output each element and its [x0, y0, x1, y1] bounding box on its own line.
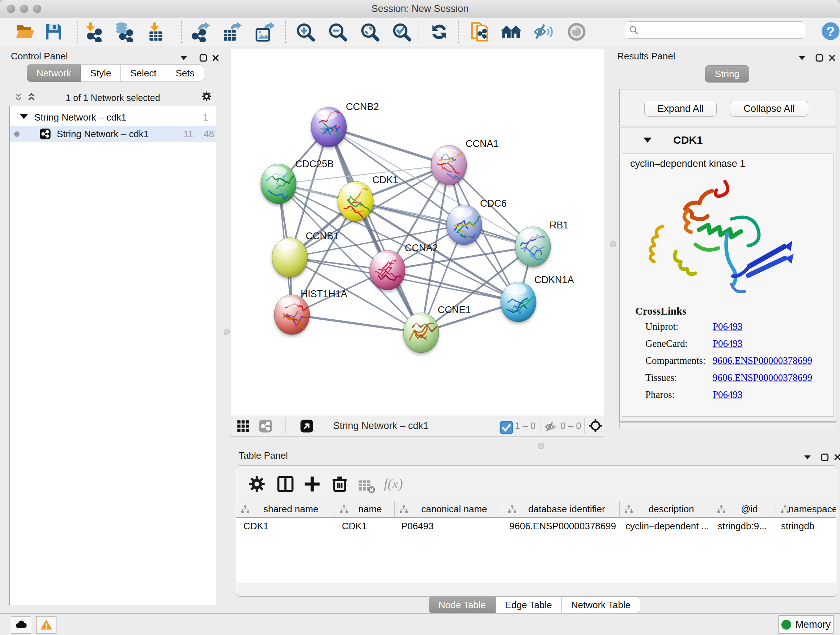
save-session-button[interactable] — [43, 22, 64, 42]
toolbar-separator — [458, 21, 459, 43]
gene-collapse-caret[interactable] — [644, 138, 652, 143]
network-edge[interactable] — [329, 127, 449, 165]
network-row-selected[interactable]: String Network – cdk1 11 48 — [10, 126, 216, 142]
export-image-button[interactable] — [254, 22, 274, 42]
export-table-button[interactable] — [221, 22, 242, 42]
apply-layout-button[interactable] — [429, 22, 449, 42]
search-input[interactable] — [642, 23, 802, 37]
import-table-button[interactable] — [146, 22, 166, 42]
column-header-namespace[interactable]: namespace — [776, 501, 836, 517]
zoom-out-button[interactable] — [327, 22, 347, 42]
control-panel-tabs: Network Style Select Sets — [27, 65, 204, 82]
network-node-ccna1[interactable] — [431, 145, 467, 185]
tab-node-table[interactable]: Node Table — [429, 597, 496, 613]
table-cell[interactable]: stringdb:9... — [711, 518, 774, 534]
network-node-hist1h1a[interactable] — [274, 295, 309, 334]
left-splitter-handle[interactable] — [224, 329, 230, 335]
detach-view-icon[interactable] — [300, 419, 314, 433]
add-column-icon[interactable] — [303, 475, 322, 494]
table-cell[interactable]: cyclin–dependent ... — [618, 518, 711, 534]
table-cell[interactable]: stringdb — [774, 518, 836, 534]
tab-string[interactable]: String — [705, 65, 749, 82]
network-share-view-icon[interactable] — [259, 419, 272, 433]
help-button[interactable]: ? — [821, 21, 840, 41]
table-row[interactable]: CDK1CDK1P064939606.ENSP00000378699cyclin… — [236, 518, 836, 534]
network-node-cdc6[interactable] — [447, 205, 482, 245]
cloud-status-button[interactable] — [11, 616, 31, 633]
expand-all-button[interactable]: Expand All — [644, 101, 717, 117]
collapse-all-button[interactable]: Collapse All — [730, 101, 808, 117]
tab-edge-table[interactable]: Edge Table — [496, 597, 562, 613]
network-view-canvas[interactable]: CCNB2CCNA1CDC25BCDK1CDC6RB1CCNB1CCNA2CDK… — [230, 49, 604, 416]
network-node-ccnb1[interactable] — [272, 238, 308, 277]
share-network-button[interactable] — [470, 22, 491, 42]
network-node-cdkn1a[interactable] — [501, 282, 536, 322]
network-edge[interactable] — [292, 315, 421, 333]
hidden-eye-slash-icon[interactable] — [545, 420, 557, 432]
column-header--id[interactable]: @id — [712, 501, 776, 517]
control-panel-close-button[interactable] — [210, 52, 221, 63]
hide-glass-effect-button[interactable] — [533, 22, 554, 42]
eye-button[interactable] — [567, 22, 587, 42]
results-panel-title: Results Panel — [617, 51, 675, 62]
table-cell[interactable]: CDK1 — [335, 518, 394, 534]
tab-select[interactable]: Select — [121, 65, 166, 82]
crosslink-link[interactable]: 9606.ENSP00000378699 — [713, 355, 812, 366]
results-panel-menu-button[interactable] — [797, 52, 807, 63]
column-header-name[interactable]: name — [335, 501, 395, 517]
network-node-cdc25b[interactable] — [261, 164, 296, 204]
homes-button[interactable] — [501, 22, 522, 42]
crosslink-link[interactable]: P06493 — [713, 321, 743, 333]
crosslink-link[interactable]: 9606.ENSP00000378699 — [713, 372, 812, 383]
memory-button[interactable]: Memory — [778, 616, 834, 633]
table-panel-menu-button[interactable] — [802, 452, 813, 463]
network-node-rb1[interactable] — [515, 226, 551, 266]
tab-network-table[interactable]: Network Table — [562, 597, 640, 613]
delete-column-icon[interactable] — [330, 475, 349, 494]
import-network-from-database-button[interactable] — [114, 22, 134, 42]
node-label-hist1h1a: HIST1H1A — [301, 288, 347, 299]
tab-sets[interactable]: Sets — [166, 65, 204, 82]
table-panel-float-button[interactable] — [819, 452, 830, 463]
network-options-gear-icon[interactable] — [201, 91, 213, 103]
selected-nodes-checkbox-icon[interactable] — [500, 421, 510, 432]
birds-eye-crosshair-icon[interactable] — [589, 419, 602, 432]
zoom-in-button[interactable] — [295, 22, 316, 42]
collection-collapse-caret[interactable] — [20, 114, 28, 119]
network-node-cdk1[interactable] — [338, 181, 373, 221]
import-network-button[interactable] — [83, 22, 103, 42]
zoom-fit-icon — [360, 22, 380, 42]
column-header-database-identifier[interactable]: database identifier — [503, 501, 620, 517]
collection-count: 1 — [203, 112, 208, 123]
show-columns-icon[interactable] — [276, 475, 295, 494]
network-node-ccne1[interactable] — [403, 313, 439, 353]
results-panel-float-button[interactable] — [814, 52, 825, 63]
zoom-fit-button[interactable] — [360, 22, 380, 42]
control-panel-menu-button[interactable] — [178, 52, 189, 63]
crosslink-link[interactable]: P06493 — [713, 338, 743, 349]
table-panel-content: f(x) shared namenamecanonical namedataba… — [236, 465, 837, 597]
tab-style[interactable]: Style — [81, 65, 121, 82]
network-node-ccnb2[interactable] — [311, 107, 347, 147]
tab-network[interactable]: Network — [27, 65, 81, 82]
warnings-button[interactable] — [36, 616, 57, 633]
column-header-description[interactable]: description — [620, 501, 712, 517]
network-edge[interactable] — [329, 127, 421, 333]
table-options-gear-icon[interactable] — [248, 475, 266, 494]
column-header-shared-name[interactable]: shared name — [236, 501, 335, 517]
network-graph[interactable]: CCNB2CCNA1CDC25BCDK1CDC6RB1CCNB1CCNA2CDK… — [231, 49, 604, 416]
grid-view-icon[interactable] — [236, 419, 250, 433]
table-cell[interactable]: P06493 — [394, 518, 502, 534]
column-header-canonical-name[interactable]: canonical name — [395, 501, 503, 517]
control-panel-float-button[interactable] — [198, 52, 209, 63]
crosslink-link[interactable]: P06493 — [713, 389, 743, 401]
table-panel-close-button[interactable] — [832, 452, 840, 463]
table-cell[interactable]: CDK1 — [236, 518, 335, 534]
export-network-button[interactable] — [189, 22, 210, 42]
zoom-selected-button[interactable] — [392, 22, 412, 42]
open-session-button[interactable] — [15, 22, 35, 42]
network-node-ccna2[interactable] — [370, 250, 405, 290]
results-panel-close-button[interactable] — [827, 52, 837, 63]
network-collection-row[interactable]: String Network – cdk1 1 — [10, 109, 216, 126]
table-cell[interactable]: 9606.ENSP00000378699 — [502, 518, 618, 534]
